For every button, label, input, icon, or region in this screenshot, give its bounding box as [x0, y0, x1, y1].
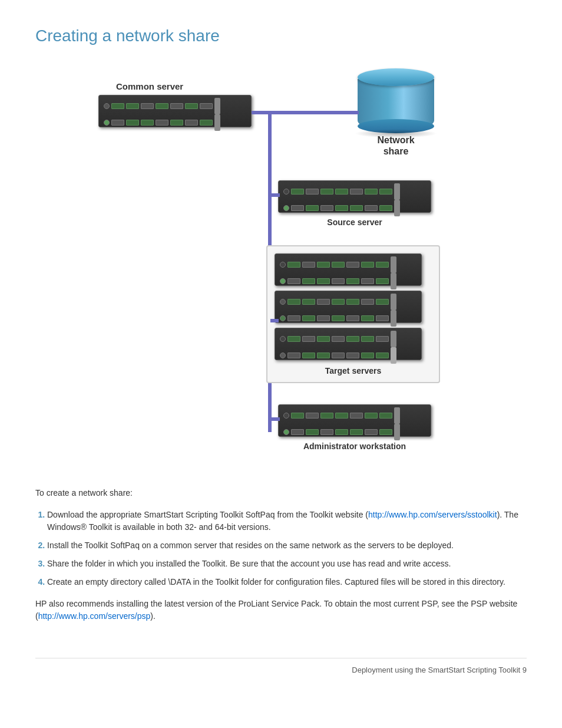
intro-text: To create a network share: [35, 487, 527, 499]
common-server-rack [98, 95, 252, 127]
h-connector-source [270, 193, 280, 197]
h-connector-admin [270, 417, 280, 421]
target-servers-box: Target servers [266, 245, 440, 383]
network-share: Networkshare [358, 68, 434, 157]
step-2: Install the Toolkit SoftPaq on a common … [47, 539, 527, 552]
admin-workstation-rack: Administrator workstation [278, 404, 431, 453]
source-server-rack: Source server [278, 180, 431, 229]
step-1: Download the appropriate SmartStart Scri… [47, 509, 527, 533]
h-connector-netshare [270, 111, 359, 114]
page-footer: Deployment using the SmartStart Scriptin… [35, 658, 527, 676]
step-3: Share the folder in which you installed … [47, 558, 527, 570]
sstoolkit-link[interactable]: http://www.hp.com/servers/sstoolkit [368, 510, 497, 519]
target-server-3 [275, 328, 432, 360]
target-server-1 [275, 253, 432, 286]
h-connector-target [270, 319, 279, 322]
step-4: Create an empty directory called \DATA i… [47, 576, 527, 588]
common-server-label: Common server [116, 80, 183, 94]
target-servers-label: Target servers [275, 365, 432, 377]
admin-workstation-label: Administrator workstation [278, 440, 431, 453]
psp-link[interactable]: http://www.hp.com/servers/psp [38, 611, 151, 621]
target-server-2 [275, 291, 432, 323]
source-server-label: Source server [278, 216, 431, 229]
steps-list: Download the appropriate SmartStart Scri… [47, 509, 527, 588]
page-title: Creating a network share [35, 24, 527, 48]
h-connector-common [252, 111, 269, 114]
footer-paragraph: HP also recommends installing the latest… [35, 598, 527, 622]
diagram: Common server Networkshare [81, 62, 481, 475]
